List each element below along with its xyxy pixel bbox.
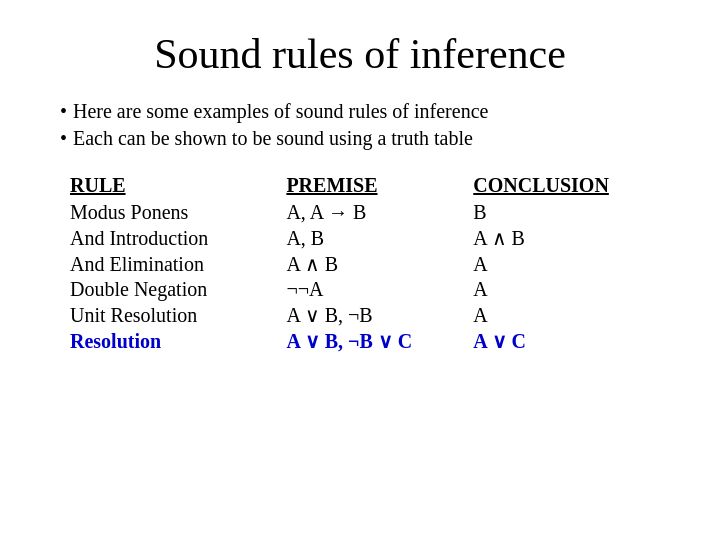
bullet-dot-2: • <box>60 127 67 150</box>
page: Sound rules of inference • Here are some… <box>0 0 720 540</box>
conclusion-resolution: A ∨ C <box>473 329 670 353</box>
bullet-list: • Here are some examples of sound rules … <box>50 100 670 154</box>
inference-table: RULE PREMISE CONCLUSION Modus Ponens A, … <box>50 174 670 355</box>
conclusion-and-elim: A <box>473 253 670 276</box>
table-header-row: RULE PREMISE CONCLUSION <box>70 174 670 197</box>
premise-unit-res: A ∨ B, ¬B <box>286 303 473 327</box>
premise-resolution: A ∨ B, ¬B ∨ C <box>286 329 473 353</box>
page-title: Sound rules of inference <box>50 30 670 78</box>
bullet-text-2: Each can be shown to be sound using a tr… <box>73 127 473 150</box>
rule-modus-ponens: Modus Ponens <box>70 201 286 224</box>
bullet-text-1: Here are some examples of sound rules of… <box>73 100 488 123</box>
bullet-2: • Each can be shown to be sound using a … <box>60 127 670 150</box>
table-row: And Elimination A ∧ B A <box>70 252 670 276</box>
table-row: Double Negation ¬¬A A <box>70 278 670 301</box>
conclusion-unit-res: A <box>473 304 670 327</box>
conclusion-double-neg: A <box>473 278 670 301</box>
premise-modus-ponens: A, A → B <box>286 201 473 224</box>
rule-double-neg: Double Negation <box>70 278 286 301</box>
header-premise: PREMISE <box>286 174 473 197</box>
header-rule: RULE <box>70 174 286 197</box>
table-row: Unit Resolution A ∨ B, ¬B A <box>70 303 670 327</box>
bullet-1: • Here are some examples of sound rules … <box>60 100 670 123</box>
rule-and-elim: And Elimination <box>70 253 286 276</box>
bullet-dot-1: • <box>60 100 67 123</box>
conclusion-and-intro: A ∧ B <box>473 226 670 250</box>
header-conclusion: CONCLUSION <box>473 174 670 197</box>
table-row-resolution: Resolution A ∨ B, ¬B ∨ C A ∨ C <box>70 329 670 353</box>
premise-and-intro: A, B <box>286 227 473 250</box>
premise-and-elim: A ∧ B <box>286 252 473 276</box>
rule-resolution: Resolution <box>70 330 286 353</box>
rule-unit-res: Unit Resolution <box>70 304 286 327</box>
premise-double-neg: ¬¬A <box>286 278 473 301</box>
table-row: Modus Ponens A, A → B B <box>70 201 670 224</box>
conclusion-modus-ponens: B <box>473 201 670 224</box>
table-row: And Introduction A, B A ∧ B <box>70 226 670 250</box>
rule-and-intro: And Introduction <box>70 227 286 250</box>
